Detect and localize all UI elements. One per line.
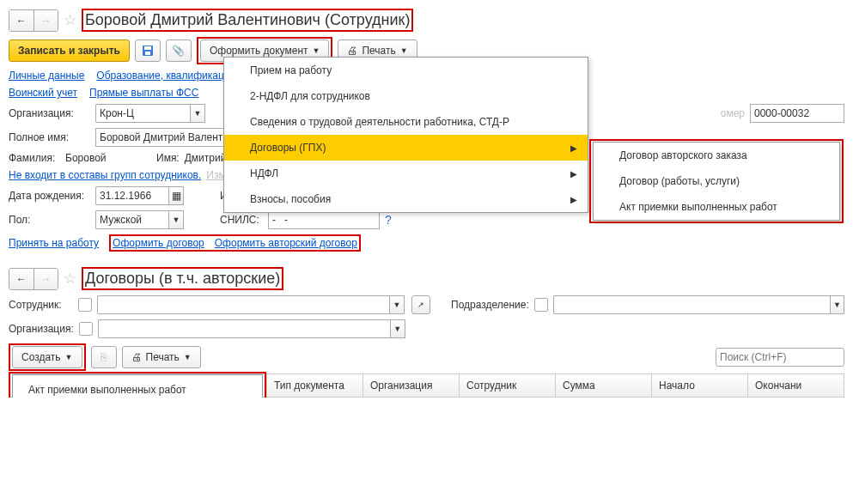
submenu-arrow-icon: ▶ bbox=[570, 195, 577, 204]
back-icon[interactable]: ← bbox=[9, 269, 34, 289]
menu-hire[interactable]: Прием на работу bbox=[224, 58, 588, 83]
sex-label: Пол: bbox=[9, 214, 90, 226]
menu-gpx-label: Договоры (ГПХ) bbox=[250, 142, 326, 154]
tab-military[interactable]: Воинский учет bbox=[9, 87, 77, 99]
department-select[interactable]: ▼ bbox=[553, 295, 844, 314]
col-end[interactable]: Окончани bbox=[748, 374, 844, 397]
paperclip-icon: 📎 bbox=[172, 45, 185, 57]
create-menu: Акт приемки выполненных работ Договор (р… bbox=[12, 374, 263, 398]
submenu-works[interactable]: Договор (работы, услуги) bbox=[594, 168, 839, 194]
org-select[interactable]: ▼ bbox=[95, 104, 205, 123]
favorite-star-icon-2[interactable]: ☆ bbox=[64, 270, 76, 288]
org2-checkbox[interactable] bbox=[79, 322, 93, 336]
snils-input[interactable] bbox=[268, 210, 380, 229]
surname-label: Фамилия: bbox=[9, 152, 60, 164]
org2-input[interactable] bbox=[98, 319, 390, 338]
author-contract-link[interactable]: Оформить авторский договор bbox=[215, 237, 357, 249]
attachment-button[interactable]: 📎 bbox=[166, 39, 192, 62]
fullname-label: Полное имя: bbox=[9, 131, 90, 143]
col-org[interactable]: Организация bbox=[363, 374, 460, 397]
org2-select[interactable]: ▼ bbox=[98, 319, 407, 338]
forward-icon[interactable]: → bbox=[34, 269, 58, 289]
org-input[interactable] bbox=[95, 104, 190, 123]
tab-education[interactable]: Образование, квалификация bbox=[96, 70, 235, 82]
dob-input[interactable] bbox=[95, 186, 168, 205]
department-dropdown-icon[interactable]: ▼ bbox=[830, 295, 844, 314]
department-input[interactable] bbox=[553, 295, 830, 314]
employee-dropdown-icon[interactable]: ▼ bbox=[389, 295, 405, 314]
copy-icon: ⎘ bbox=[101, 351, 107, 363]
department-checkbox[interactable] bbox=[534, 298, 548, 312]
employee-checkbox[interactable] bbox=[78, 298, 92, 312]
department-label: Подразделение: bbox=[451, 299, 529, 311]
org-dropdown-icon[interactable]: ▼ bbox=[190, 104, 205, 123]
employee-input[interactable] bbox=[97, 295, 389, 314]
document-dropdown: Прием на работу 2-НДФЛ для сотрудников С… bbox=[223, 57, 588, 213]
menu-contrib[interactable]: Взносы, пособия▶ bbox=[224, 186, 588, 212]
menu-ndfl-label: НДФЛ bbox=[250, 167, 278, 179]
employee-select[interactable]: ▼ bbox=[97, 295, 406, 314]
print-label: Печать bbox=[362, 45, 395, 57]
hire-link[interactable]: Принять на работу bbox=[9, 237, 99, 249]
calendar-icon[interactable]: ▦ bbox=[168, 186, 184, 205]
sex-dropdown-icon[interactable]: ▼ bbox=[168, 210, 184, 229]
svg-rect-2 bbox=[145, 52, 150, 55]
svg-rect-1 bbox=[144, 46, 151, 50]
employee-lookup-button[interactable]: ↗ bbox=[411, 295, 430, 314]
dob-field[interactable]: ▦ bbox=[95, 186, 184, 205]
tab-personal[interactable]: Личные данные bbox=[9, 70, 84, 82]
menu-contrib-label: Взносы, пособия bbox=[250, 193, 331, 205]
col-sum[interactable]: Сумма bbox=[556, 374, 652, 397]
col-start[interactable]: Начало bbox=[652, 374, 748, 397]
save-button[interactable] bbox=[135, 39, 161, 62]
dob-label: Дата рождения: bbox=[9, 190, 90, 202]
submenu-author[interactable]: Договор авторского заказа bbox=[594, 143, 839, 168]
sex-select[interactable]: ▼ bbox=[95, 210, 184, 229]
back-icon[interactable]: ← bbox=[9, 10, 34, 31]
menu-std-r[interactable]: Сведения о трудовой деятельности работни… bbox=[224, 109, 588, 135]
col-doc-type[interactable]: Тип документа bbox=[267, 374, 363, 397]
contract-link[interactable]: Оформить договор bbox=[113, 237, 204, 249]
printer-icon: 🖨 bbox=[347, 45, 357, 57]
col-emp[interactable]: Сотрудник bbox=[460, 374, 556, 397]
print2-button[interactable]: 🖨Печать▼ bbox=[122, 346, 201, 368]
submenu-arrow-icon: ▶ bbox=[570, 143, 577, 153]
nav-back-forward[interactable]: ← → bbox=[9, 9, 58, 32]
favorite-star-icon[interactable]: ☆ bbox=[64, 11, 76, 29]
gpx-submenu-wrapper: Договор авторского заказа Договор (работ… bbox=[589, 139, 844, 223]
submenu-arrow-icon: ▶ bbox=[570, 169, 577, 179]
copy-button[interactable]: ⎘ bbox=[91, 346, 117, 368]
snils-label: СНИЛС: bbox=[220, 214, 263, 226]
gpx-submenu: Договор авторского заказа Договор (работ… bbox=[593, 142, 840, 221]
not-in-groups-link[interactable]: Не входит в составы групп сотрудников. bbox=[9, 169, 201, 181]
nav-back-forward-2[interactable]: ← → bbox=[9, 268, 58, 290]
number-label: омер bbox=[721, 107, 745, 119]
surname-value: Боровой bbox=[65, 152, 151, 164]
chevron-down-icon: ▼ bbox=[65, 353, 73, 361]
print2-label: Печать bbox=[146, 351, 180, 363]
forward-icon[interactable]: → bbox=[34, 10, 58, 31]
create-button[interactable]: Создать▼ bbox=[12, 346, 82, 368]
create-document-label: Оформить документ bbox=[210, 45, 308, 57]
snils-hint-icon[interactable]: ? bbox=[385, 213, 392, 227]
sex-input[interactable] bbox=[95, 210, 168, 229]
number-input[interactable] bbox=[750, 104, 844, 123]
create-menu-wrapper: Акт приемки выполненных работ Договор (р… bbox=[9, 372, 266, 398]
search-input[interactable] bbox=[716, 348, 844, 367]
tab-fss[interactable]: Прямые выплаты ФСС bbox=[89, 87, 198, 99]
menu-gpx[interactable]: Договоры (ГПХ)▶ bbox=[224, 135, 588, 161]
submenu-act[interactable]: Акт приемки выполненных работ bbox=[594, 194, 839, 220]
create-label: Создать bbox=[21, 351, 61, 363]
menu-ndfl[interactable]: НДФЛ▶ bbox=[224, 161, 588, 186]
org-label: Организация: bbox=[9, 107, 90, 119]
chevron-down-icon: ▼ bbox=[400, 46, 408, 55]
chevron-down-icon: ▼ bbox=[184, 353, 192, 361]
name-label: Имя: bbox=[156, 152, 180, 164]
save-close-button[interactable]: Записать и закрыть bbox=[9, 39, 130, 62]
create-act[interactable]: Акт приемки выполненных работ bbox=[13, 375, 262, 398]
section-title: Договоры (в т.ч. авторские) bbox=[82, 267, 283, 290]
chevron-down-icon: ▼ bbox=[313, 46, 320, 55]
org2-dropdown-icon[interactable]: ▼ bbox=[390, 319, 405, 338]
page-title: Боровой Дмитрий Валентинович (Сотрудник) bbox=[82, 9, 413, 32]
menu-2ndfl[interactable]: 2-НДФЛ для сотрудников bbox=[224, 83, 588, 109]
